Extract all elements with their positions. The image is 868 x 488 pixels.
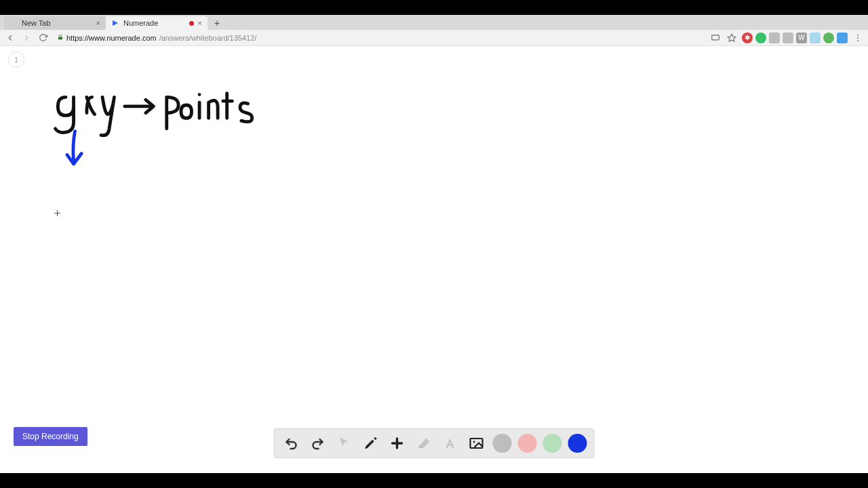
svg-point-11 bbox=[473, 441, 475, 443]
forward-button[interactable] bbox=[20, 32, 33, 44]
whiteboard-toolbar bbox=[274, 428, 595, 458]
extension-icon[interactable] bbox=[769, 33, 780, 43]
redo-button[interactable] bbox=[308, 433, 328, 453]
back-button[interactable] bbox=[4, 32, 16, 44]
browser-window: New Tab × Numerade × + https://www.num bbox=[0, 15, 868, 473]
image-tool-button[interactable] bbox=[467, 433, 487, 453]
kebab-menu-icon[interactable] bbox=[852, 32, 864, 44]
svg-point-5 bbox=[857, 37, 859, 39]
svg-rect-1 bbox=[58, 37, 62, 39]
extension-icon[interactable] bbox=[755, 33, 766, 43]
extension-icon[interactable]: ✱ bbox=[742, 33, 753, 43]
add-tool-button[interactable] bbox=[387, 433, 408, 453]
svg-point-6 bbox=[857, 40, 859, 41]
pen-tool-button[interactable] bbox=[361, 433, 381, 453]
present-icon[interactable] bbox=[709, 32, 722, 44]
favicon-numerade bbox=[111, 19, 119, 27]
svg-rect-10 bbox=[471, 439, 483, 448]
text-tool-button[interactable] bbox=[440, 433, 460, 453]
lock-icon bbox=[57, 34, 64, 42]
color-swatch-blue-active[interactable] bbox=[568, 434, 587, 453]
reload-button[interactable] bbox=[37, 32, 49, 44]
tab-title: Numerade bbox=[123, 19, 185, 27]
close-tab-icon[interactable]: × bbox=[96, 19, 100, 27]
address-bar[interactable]: https://www.numerade.com/answers/whitebo… bbox=[53, 32, 260, 44]
favicon-blank bbox=[9, 19, 18, 27]
url-path: /answers/whiteboard/135412/ bbox=[159, 34, 257, 42]
pointer-tool-button[interactable] bbox=[334, 433, 355, 453]
color-swatch-pink[interactable] bbox=[518, 434, 537, 453]
extensions-row: ✱W bbox=[742, 33, 848, 43]
extension-icon[interactable] bbox=[810, 33, 821, 43]
tab-title: New Tab bbox=[22, 19, 92, 27]
extension-icon[interactable]: W bbox=[796, 33, 807, 43]
svg-rect-2 bbox=[712, 35, 719, 39]
browser-toolbar: https://www.numerade.com/answers/whitebo… bbox=[0, 30, 868, 46]
bookmark-star-icon[interactable] bbox=[726, 32, 738, 44]
tab-numerade[interactable]: Numerade × bbox=[106, 16, 208, 30]
new-tab-button[interactable]: + bbox=[210, 16, 224, 30]
eraser-tool-button[interactable] bbox=[414, 433, 434, 453]
extension-icon[interactable] bbox=[823, 33, 834, 43]
tab-new-tab[interactable]: New Tab × bbox=[4, 16, 106, 30]
drawing-layer bbox=[0, 46, 868, 473]
extension-icon[interactable] bbox=[783, 33, 793, 43]
tab-strip: New Tab × Numerade × + bbox=[0, 15, 868, 30]
extension-icon[interactable] bbox=[837, 33, 848, 43]
svg-marker-0 bbox=[113, 20, 118, 26]
url-host: https://www.numerade.com bbox=[66, 34, 157, 42]
svg-point-4 bbox=[857, 34, 859, 35]
undo-button[interactable] bbox=[281, 433, 302, 453]
svg-marker-3 bbox=[728, 34, 736, 41]
close-tab-icon[interactable]: × bbox=[198, 19, 202, 27]
color-swatch-grey[interactable] bbox=[493, 434, 512, 453]
page-content: 1 bbox=[0, 46, 868, 473]
recording-indicator-icon bbox=[189, 21, 194, 26]
crosshair-cursor-icon bbox=[54, 210, 60, 216]
stop-recording-button[interactable]: Stop Recording bbox=[14, 427, 87, 446]
svg-point-7 bbox=[198, 93, 201, 96]
whiteboard-canvas[interactable] bbox=[0, 46, 868, 473]
color-swatch-green[interactable] bbox=[543, 434, 562, 453]
